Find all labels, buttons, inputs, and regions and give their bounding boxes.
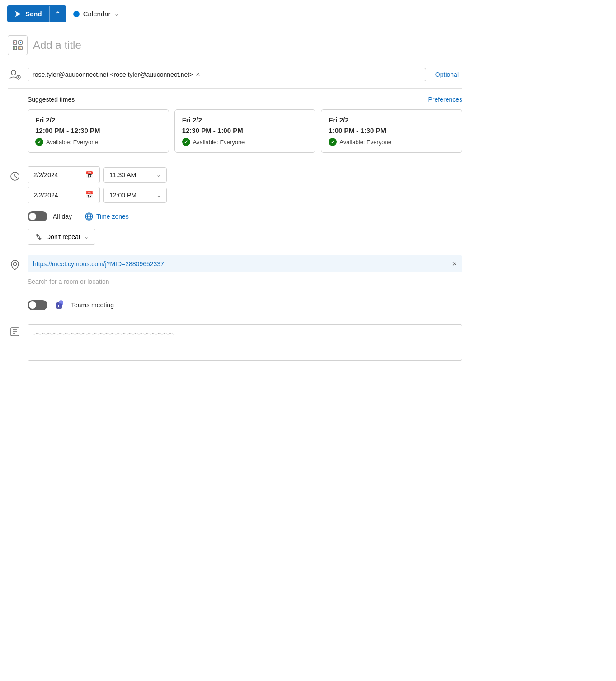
card-date-2: Fri 2/2	[329, 116, 455, 124]
body-content: -~-~-~-~-~-~-~-~-~-~-~-~-~-~-~-~-~-~-~-~…	[33, 330, 175, 338]
teams-toggle[interactable]	[28, 300, 47, 310]
preferences-button[interactable]: Preferences	[428, 96, 462, 103]
svg-text:≈: ≈	[19, 47, 21, 50]
attendee-email: rose.tyler@auuconnect.net <rose.tyler@au…	[33, 71, 193, 78]
allday-label: All day	[53, 213, 72, 220]
card-avail-1: Available: Everyone	[182, 138, 308, 146]
start-datetime-row: 2/2/2024 📅 11:30 AM ⌄	[28, 166, 167, 183]
calendar-selector[interactable]: Calendar ⌄	[73, 10, 119, 18]
remove-attendee-button[interactable]: ×	[196, 71, 200, 78]
clock-icon	[8, 169, 22, 183]
suggested-times-label: Suggested times	[28, 96, 75, 103]
card-avail-2: Available: Everyone	[329, 138, 455, 146]
globe-icon	[85, 212, 94, 221]
notes-icon	[9, 326, 20, 337]
time-card-1[interactable]: Fri 2/2 12:30 PM - 1:00 PM Available: Ev…	[174, 109, 316, 153]
main-content: + ≈ rose.tyler@auuconnect.net <rose.tyle…	[0, 28, 470, 377]
title-input[interactable]	[33, 39, 462, 52]
card-time-1: 12:30 PM - 1:00 PM	[182, 127, 308, 134]
time-chevron-icon: ⌄	[156, 172, 161, 178]
calendar-icon: 📅	[85, 170, 94, 179]
calendar-label: Calendar	[83, 10, 111, 18]
title-icon-box: + ≈	[8, 35, 28, 55]
timezones-label: Time zones	[96, 213, 129, 220]
attendee-field[interactable]: rose.tyler@auuconnect.net <rose.tyler@au…	[28, 68, 426, 81]
svg-text:T: T	[57, 304, 60, 308]
start-time-input[interactable]: 11:30 AM ⌄	[103, 167, 167, 183]
suggested-times-section: Suggested times Preferences Fri 2/2 12:0…	[8, 89, 462, 153]
time-cards: Fri 2/2 12:00 PM - 12:30 PM Available: E…	[28, 109, 462, 153]
svg-line-13	[15, 176, 17, 178]
chevron-down-icon: ⌃	[55, 10, 61, 18]
calendar-icon-end: 📅	[85, 191, 94, 199]
svg-marker-0	[15, 11, 21, 17]
location-icon	[8, 258, 22, 272]
available-check-2	[329, 138, 337, 146]
toggle-track[interactable]	[28, 211, 47, 221]
available-check-1	[182, 138, 190, 146]
send-icon	[14, 10, 22, 18]
svg-text:+: +	[14, 47, 16, 50]
toolbar: Send ⌃ Calendar ⌄	[0, 0, 470, 28]
card-date-0: Fri 2/2	[35, 116, 161, 124]
clock-svg-icon	[9, 171, 20, 182]
repeat-label: Don't repeat	[46, 233, 80, 240]
attendee-chip: rose.tyler@auuconnect.net <rose.tyler@au…	[33, 71, 200, 78]
toggle-thumb	[29, 213, 36, 220]
datetime-fields: 2/2/2024 📅 11:30 AM ⌄ 2/2/2024 📅 12:00 P…	[28, 166, 167, 203]
teams-row: T Teams meeting	[8, 293, 462, 317]
title-row: + ≈	[8, 28, 462, 61]
remove-meet-link-button[interactable]: ×	[452, 260, 457, 268]
allday-toggle[interactable]	[28, 211, 47, 221]
start-date-input[interactable]: 2/2/2024 📅	[28, 166, 100, 183]
pin-icon	[9, 260, 20, 271]
location-fields: https://meet.cymbus.com/j?MID=2880965233…	[28, 255, 462, 287]
card-avail-0: Available: Everyone	[35, 138, 161, 146]
repeat-row: Don't repeat ⌄	[8, 225, 462, 249]
microsoft-teams-icon: T	[53, 299, 66, 311]
time-card-0[interactable]: Fri 2/2 12:00 PM - 12:30 PM Available: E…	[28, 109, 169, 153]
card-time-2: 1:00 PM - 1:30 PM	[329, 127, 455, 134]
send-button-group[interactable]: Send ⌃	[7, 5, 66, 22]
repeat-icon	[34, 233, 42, 241]
end-datetime-row: 2/2/2024 📅 12:00 PM ⌄	[28, 187, 167, 203]
start-time-value: 11:30 AM	[109, 171, 136, 178]
card-time-0: 12:00 PM - 12:30 PM	[35, 127, 161, 134]
end-date-input[interactable]: 2/2/2024 📅	[28, 187, 100, 203]
end-time-value: 12:00 PM	[109, 192, 136, 199]
repeat-chevron-icon: ⌄	[84, 234, 89, 240]
available-check-0	[35, 138, 43, 146]
svg-point-19	[13, 262, 17, 266]
teams-toggle-track[interactable]	[28, 300, 47, 310]
apps-icon: + ≈	[11, 39, 24, 52]
location-search-placeholder[interactable]: Search for a room or location	[28, 276, 462, 287]
time-card-2[interactable]: Fri 2/2 1:00 PM - 1:30 PM Available: Eve…	[321, 109, 462, 153]
suggested-header: Suggested times Preferences	[28, 96, 462, 103]
optional-button[interactable]: Optional	[432, 69, 462, 80]
calendar-chevron-icon: ⌄	[114, 11, 119, 17]
card-date-1: Fri 2/2	[182, 116, 308, 124]
send-label: Send	[25, 10, 42, 18]
calendar-dot	[73, 11, 80, 17]
start-date-value: 2/2/2024	[33, 171, 58, 178]
attendee-row: rose.tyler@auuconnect.net <rose.tyler@au…	[8, 61, 462, 89]
end-time-input[interactable]: 12:00 PM ⌄	[103, 188, 167, 203]
body-editor[interactable]: -~-~-~-~-~-~-~-~-~-~-~-~-~-~-~-~-~-~-~-~…	[28, 324, 462, 361]
send-dropdown-button[interactable]: ⌃	[50, 5, 66, 22]
body-section: -~-~-~-~-~-~-~-~-~-~-~-~-~-~-~-~-~-~-~-~…	[8, 317, 462, 368]
attendee-icon	[8, 67, 22, 82]
meet-link[interactable]: https://meet.cymbus.com/j?MID=2880965233…	[33, 260, 448, 268]
meet-link-box: https://meet.cymbus.com/j?MID=2880965233…	[28, 255, 462, 272]
body-icon	[8, 324, 22, 339]
send-main-button[interactable]: Send	[7, 5, 49, 22]
datetime-section: 2/2/2024 📅 11:30 AM ⌄ 2/2/2024 📅 12:00 P…	[8, 162, 462, 208]
svg-point-7	[11, 70, 16, 75]
teams-toggle-thumb	[29, 301, 36, 309]
end-time-chevron-icon: ⌄	[156, 192, 161, 198]
allday-row: All day Time zones	[8, 208, 462, 225]
timezones-button[interactable]: Time zones	[85, 212, 129, 221]
end-date-value: 2/2/2024	[33, 192, 58, 199]
repeat-button[interactable]: Don't repeat ⌄	[28, 229, 95, 245]
add-attendee-icon	[9, 68, 21, 81]
teams-label: Teams meeting	[71, 301, 114, 309]
